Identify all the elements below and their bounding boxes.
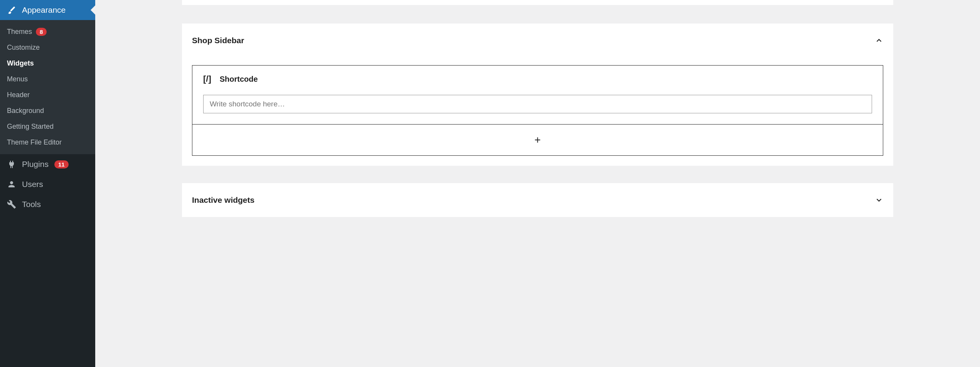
- admin-sidebar: Appearance Themes 8 Customize Widgets Me…: [0, 0, 95, 367]
- sidebar-subitem-customize[interactable]: Customize: [0, 40, 95, 56]
- panel-top-sliver: [182, 0, 893, 5]
- sidebar-subitem-label: Widgets: [7, 59, 34, 67]
- plug-icon: [7, 160, 16, 169]
- plus-icon: +: [534, 134, 541, 146]
- sidebar-subitem-getting-started[interactable]: Getting Started: [0, 119, 95, 135]
- add-block-button[interactable]: +: [192, 124, 883, 156]
- sidebar-item-plugins[interactable]: Plugins 11: [0, 154, 95, 174]
- main-content: Shop Sidebar [/] Shortcode + Inactive wi…: [95, 0, 980, 367]
- sidebar-subitem-header[interactable]: Header: [0, 87, 95, 103]
- chevron-up-icon: [875, 36, 883, 45]
- widget-area-header[interactable]: Shop Sidebar: [192, 34, 883, 65]
- widget-area-shop-sidebar: Shop Sidebar [/] Shortcode +: [182, 24, 893, 166]
- sidebar-subitem-label: Getting Started: [7, 123, 54, 131]
- sidebar-item-appearance[interactable]: Appearance: [0, 0, 95, 20]
- sidebar-item-label: Appearance: [22, 5, 66, 15]
- user-icon: [7, 180, 16, 189]
- sidebar-subitem-themes[interactable]: Themes 8: [0, 24, 95, 40]
- sidebar-subitem-background[interactable]: Background: [0, 103, 95, 119]
- shortcode-input[interactable]: [203, 95, 872, 113]
- shortcode-widget-block[interactable]: [/] Shortcode: [192, 65, 883, 125]
- sidebar-subitem-label: Theme File Editor: [7, 138, 62, 146]
- sidebar-subitem-label: Menus: [7, 75, 28, 83]
- sidebar-subitem-theme-file-editor[interactable]: Theme File Editor: [0, 135, 95, 150]
- sidebar-subitem-label: Customize: [7, 44, 40, 52]
- sidebar-item-label: Tools: [22, 200, 41, 209]
- widget-area-inactive: Inactive widgets: [182, 183, 893, 217]
- appearance-submenu: Themes 8 Customize Widgets Menus Header …: [0, 20, 95, 154]
- widget-area-title: Inactive widgets: [192, 195, 254, 205]
- widget-area-title: Shop Sidebar: [192, 36, 244, 45]
- widget-area-header[interactable]: Inactive widgets: [192, 193, 883, 207]
- widget-block-title: Shortcode: [220, 75, 258, 84]
- sidebar-item-tools[interactable]: Tools: [0, 194, 95, 214]
- paintbrush-icon: [7, 5, 16, 15]
- sidebar-subitem-label: Background: [7, 107, 44, 115]
- sidebar-subitem-label: Themes: [7, 28, 32, 36]
- shortcode-icon: [/]: [203, 74, 211, 84]
- sidebar-subitem-widgets[interactable]: Widgets: [0, 56, 95, 71]
- sidebar-item-label: Users: [22, 180, 43, 189]
- sidebar-item-users[interactable]: Users: [0, 174, 95, 194]
- chevron-down-icon: [875, 196, 883, 204]
- sidebar-subitem-label: Header: [7, 91, 30, 99]
- widget-block-header: [/] Shortcode: [203, 74, 872, 84]
- sidebar-item-label: Plugins: [22, 160, 49, 169]
- sidebar-subitem-menus[interactable]: Menus: [0, 71, 95, 87]
- themes-badge: 8: [36, 28, 47, 36]
- plugins-badge: 11: [54, 160, 69, 168]
- wrench-icon: [7, 200, 16, 209]
